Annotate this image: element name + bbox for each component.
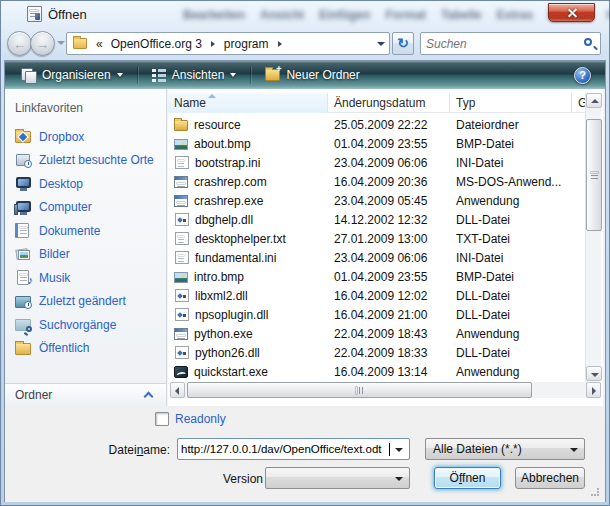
file-type: Anwendung	[456, 194, 519, 208]
forward-button[interactable]: →	[30, 31, 55, 56]
breadcrumb-segment-openoffice[interactable]: OpenOffice.org 3	[108, 37, 205, 51]
open-file-dialog: { "window": { "title": "Öffnen" }, "blur…	[0, 0, 610, 506]
sidebar-item-recent-places[interactable]: Zuletzt besuchte Orte	[11, 149, 163, 173]
text-file-icon	[175, 232, 189, 245]
breadcrumb-segment-program[interactable]: program	[221, 37, 272, 51]
sidebar-item-label: Suchvorgänge	[39, 318, 116, 332]
file-list: Name Änderungsdatum Typ G resource 25.05…	[168, 89, 603, 406]
table-row[interactable]: crashrep.exe 23.04.2009 05:45 Anwendung	[168, 191, 585, 210]
table-row[interactable]: libxml2.dll 16.04.2009 12:02 DLL-Datei	[168, 286, 585, 305]
navigation-pane: Linkfavoriten Dropbox Zuletzt besuchte O…	[5, 89, 167, 406]
sidebar-item-searches[interactable]: Suchvorgänge	[11, 313, 163, 337]
sidebar-item-documents[interactable]: Dokumente	[11, 219, 163, 243]
table-row[interactable]: python26.dll 22.04.2009 18:33 DLL-Datei	[168, 343, 585, 362]
searches-icon	[15, 317, 32, 332]
column-header-date[interactable]: Änderungsdatum	[328, 93, 450, 113]
table-row[interactable]: bootstrap.ini 23.04.2009 06:06 INI-Datei	[168, 153, 585, 172]
sidebar-item-music[interactable]: ♪ Musik	[11, 266, 163, 290]
file-name: libxml2.dll	[195, 289, 248, 303]
readonly-label: Readonly	[175, 412, 226, 426]
table-row[interactable]: about.bmp 01.04.2009 23:55 BMP-Datei	[168, 134, 585, 153]
refresh-button[interactable]: ↻	[392, 32, 414, 55]
breadcrumb-collapse[interactable]: «	[96, 37, 103, 51]
table-row[interactable]: intro.bmp 01.04.2009 23:55 BMP-Datei	[168, 267, 585, 286]
filename-combobox[interactable]	[177, 438, 410, 460]
image-file-icon	[174, 139, 188, 150]
sidebar-item-pictures[interactable]: Bilder	[11, 243, 163, 267]
desktop-icon	[15, 176, 32, 191]
views-button[interactable]: Ansichten	[144, 64, 245, 86]
column-header-name[interactable]: Name	[168, 93, 328, 113]
organize-button[interactable]: Organisieren	[13, 64, 131, 86]
sidebar-item-dropbox[interactable]: Dropbox	[11, 125, 163, 149]
folders-expander[interactable]: Ordner	[5, 383, 166, 406]
toolbar-separator	[250, 66, 251, 84]
version-dropdown[interactable]	[265, 467, 410, 489]
vertical-scroll-thumb[interactable]	[586, 119, 602, 231]
favorites-header: Linkfavoriten	[15, 101, 83, 115]
table-row[interactable]: resource 25.05.2009 22:22 Dateiordner	[168, 115, 585, 134]
recent-pages-chevron-icon[interactable]	[57, 41, 65, 45]
vertical-scrollbar[interactable]	[585, 93, 601, 381]
horizontal-scroll-thumb[interactable]	[187, 382, 532, 398]
horizontal-scrollbar[interactable]	[170, 382, 601, 398]
back-button[interactable]: ←	[7, 31, 32, 56]
table-row[interactable]: fundamental.ini 23.04.2009 06:06 INI-Dat…	[168, 248, 585, 267]
file-date: 23.04.2009 06:06	[334, 156, 427, 170]
file-type: Dateiordner	[456, 118, 519, 132]
sidebar-item-public[interactable]: Öffentlich	[11, 337, 163, 361]
table-row[interactable]: python.exe 22.04.2009 18:43 Anwendung	[168, 324, 585, 343]
resize-grip[interactable]	[591, 488, 599, 496]
help-button[interactable]: ?	[574, 67, 591, 84]
address-dropdown-icon[interactable]	[377, 42, 385, 46]
file-type: MS-DOS-Anwend...	[456, 175, 561, 189]
search-input[interactable]	[426, 35, 576, 52]
sidebar-item-desktop[interactable]: Desktop	[11, 172, 163, 196]
breadcrumb-separator-icon[interactable]	[278, 41, 282, 47]
breadcrumb[interactable]: « OpenOffice.org 3 program	[66, 32, 390, 55]
file-name: quickstart.exe	[194, 365, 268, 379]
breadcrumb-separator-icon[interactable]	[211, 41, 215, 47]
scroll-up-button[interactable]	[586, 93, 602, 108]
new-folder-button[interactable]: Neuer Ordner	[257, 64, 367, 86]
scroll-left-button[interactable]	[170, 382, 185, 398]
table-row[interactable]: desktophelper.txt 27.01.2009 13:00 TXT-D…	[168, 229, 585, 248]
column-header-type[interactable]: Typ	[450, 93, 572, 113]
file-type: DLL-Datei	[456, 346, 510, 360]
close-button[interactable]	[548, 3, 595, 22]
organize-icon	[21, 68, 36, 82]
file-name: python26.dll	[195, 346, 260, 360]
scroll-down-button[interactable]	[586, 366, 602, 381]
table-row[interactable]: dbghelp.dll 14.12.2002 12:32 DLL-Datei	[168, 210, 585, 229]
file-date: 16.04.2009 13:14	[334, 365, 427, 379]
filetype-dropdown[interactable]: Alle Dateien (*.*)	[425, 438, 585, 460]
filetype-value: Alle Dateien (*.*)	[433, 442, 522, 456]
toolbar-separator	[137, 66, 138, 84]
open-button[interactable]: Öffnen	[434, 467, 501, 489]
cancel-button[interactable]: Abbrechen	[515, 467, 585, 489]
readonly-checkbox[interactable]	[155, 412, 169, 426]
new-folder-label: Neuer Ordner	[286, 68, 359, 82]
sidebar-item-recently-changed[interactable]: Zuletzt geändert	[11, 290, 163, 314]
table-row[interactable]: quickstart.exe 16.04.2009 13:14 Anwendun…	[168, 362, 585, 381]
file-type: Anwendung	[456, 327, 519, 341]
sidebar-item-computer[interactable]: Computer	[11, 196, 163, 220]
refresh-icon: ↻	[397, 35, 409, 51]
filename-label: Dateiname:	[65, 443, 170, 457]
search-box[interactable]	[420, 32, 601, 55]
dll-file-icon	[175, 289, 189, 302]
command-toolbar: Organisieren Ansichten Neuer Ordner ?	[5, 61, 605, 89]
file-type: DLL-Datei	[456, 213, 510, 227]
titlebar[interactable]: BearbeitenAnsichtEinfügenFormatTabelleEx…	[0, 0, 610, 28]
column-header-size[interactable]: G	[572, 93, 585, 113]
app-file-icon	[174, 328, 188, 340]
scroll-right-button[interactable]	[586, 382, 601, 398]
table-row[interactable]: crashrep.com 16.04.2009 20:36 MS-DOS-Anw…	[168, 172, 585, 191]
organize-label: Organisieren	[42, 68, 111, 82]
table-row[interactable]: npsoplugin.dll 16.04.2009 21:00 DLL-Date…	[168, 305, 585, 324]
text-file-icon	[175, 251, 189, 264]
favorites-list: Dropbox Zuletzt besuchte Orte Desktop Co…	[11, 125, 163, 360]
file-date: 22.04.2009 18:43	[334, 327, 427, 341]
filename-input[interactable]	[181, 441, 388, 457]
chevron-down-icon[interactable]	[395, 448, 403, 452]
